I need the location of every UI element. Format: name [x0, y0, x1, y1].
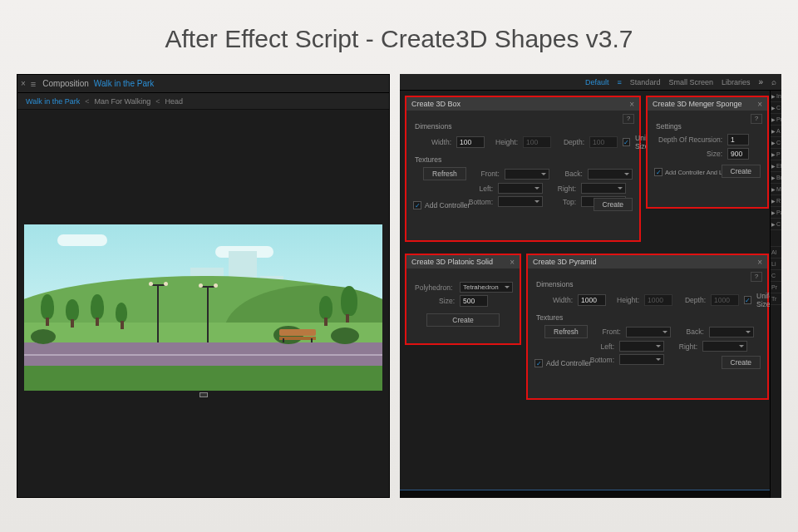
front-texture-dropdown[interactable] — [505, 169, 549, 180]
scene-tree — [341, 286, 357, 316]
workspace-default[interactable]: Default — [585, 78, 609, 86]
viewport[interactable] — [24, 224, 382, 391]
workspace-toolbar: Default ≡ Standard Small Screen Librarie… — [400, 74, 781, 91]
search-icon[interactable]: ⌕ — [771, 77, 776, 86]
scene-bench — [279, 329, 316, 342]
collapsed-panel-item[interactable]: Pr — [771, 282, 781, 293]
depth-input — [711, 294, 739, 306]
viewport-resize-handle[interactable] — [200, 392, 208, 397]
collapsed-panel-item[interactable]: C — [771, 270, 781, 282]
help-button[interactable]: ? — [623, 114, 634, 124]
depth-label: Depth: — [677, 296, 706, 304]
bottom-texture-dropdown[interactable] — [498, 196, 543, 207]
chevron-left-icon: < — [85, 97, 89, 106]
add-controller-checkbox[interactable]: ✓ — [413, 201, 421, 209]
right-texture-dropdown[interactable] — [581, 183, 626, 194]
polyhedron-dropdown[interactable]: Tetrahedron — [460, 282, 513, 293]
size-label: Size: — [415, 297, 455, 305]
create-3d-box-dialog: Create 3D Box × ? Dimensions Width: Heig… — [405, 96, 641, 242]
refresh-button[interactable]: Refresh — [544, 325, 588, 338]
collapsed-panel-item[interactable]: ▶C — [771, 219, 781, 230]
create-3d-platonic-solid-dialog: Create 3D Platonic Solid × Polyhedron: T… — [405, 254, 521, 345]
create-button[interactable]: Create — [722, 356, 761, 369]
breadcrumb-item[interactable]: Man For Walking — [94, 97, 150, 106]
scene-tree — [66, 299, 79, 321]
right-label: Right: — [548, 185, 576, 193]
back-label: Back: — [676, 328, 704, 336]
front-texture-dropdown[interactable] — [626, 327, 671, 337]
size-input[interactable] — [460, 295, 488, 307]
close-tab-icon[interactable]: × — [21, 79, 26, 88]
width-label: Width: — [544, 296, 573, 304]
textures-section-label: Textures — [536, 313, 761, 322]
close-icon[interactable]: × — [510, 258, 515, 267]
timeline-strip[interactable] — [400, 490, 770, 498]
scene-tree — [91, 294, 104, 319]
workspace-libraries[interactable]: Libraries — [722, 78, 751, 86]
close-icon[interactable]: × — [629, 100, 634, 109]
dialog-title: Create 3D Pyramid — [533, 258, 597, 266]
collapsed-panel-item[interactable]: ▶In — [771, 91, 781, 102]
collapsed-panel-item[interactable]: Li — [771, 259, 781, 270]
collapsed-panel-item[interactable]: ▶Pr — [771, 114, 781, 126]
help-button[interactable]: ? — [751, 272, 762, 282]
composition-tab-label: Composition — [42, 79, 89, 88]
left-texture-dropdown[interactable] — [619, 341, 664, 352]
collapsed-panel-item[interactable]: Al — [771, 247, 781, 259]
front-label: Front: — [593, 328, 621, 336]
collapsed-panel-item[interactable]: ▶Pa — [771, 207, 781, 219]
uniform-size-checkbox[interactable]: ✓ — [744, 296, 751, 304]
left-texture-dropdown[interactable] — [498, 183, 543, 194]
recursion-depth-input[interactable] — [727, 134, 749, 145]
menu-icon[interactable]: ≡ — [618, 78, 622, 86]
collapsed-panel-item[interactable]: ▶C — [771, 102, 781, 114]
refresh-button[interactable]: Refresh — [423, 167, 466, 180]
height-input — [523, 136, 551, 148]
add-controller-checkbox[interactable]: ✓ — [534, 359, 543, 367]
back-texture-dropdown[interactable] — [709, 327, 754, 337]
panel-menu-icon[interactable]: ≡ — [31, 79, 36, 89]
scene-tree — [41, 294, 54, 319]
collapsed-panel-item[interactable]: ▶Ef — [771, 160, 781, 172]
create-button[interactable]: Create — [594, 198, 633, 211]
uniform-size-checkbox[interactable]: ✓ — [623, 138, 630, 146]
size-input[interactable] — [727, 148, 749, 160]
help-button[interactable]: ? — [751, 114, 762, 124]
close-icon[interactable]: × — [757, 100, 762, 109]
right-texture-dropdown[interactable] — [702, 341, 747, 352]
collapsed-panel-item[interactable]: ▶R — [771, 195, 781, 207]
workspace-standard[interactable]: Standard — [630, 78, 661, 86]
collapsed-panel-item[interactable]: ▶P — [771, 149, 781, 160]
width-input[interactable] — [456, 136, 485, 148]
add-controller-label: Add Controller — [546, 359, 591, 367]
scene-path-line — [24, 354, 382, 356]
add-controller-light-checkbox[interactable]: ✓ — [654, 168, 663, 176]
collapsed-panel-item[interactable]: ▶C — [771, 137, 781, 149]
back-texture-dropdown[interactable] — [588, 169, 633, 180]
scene-bush — [331, 328, 359, 344]
close-icon[interactable]: × — [757, 258, 762, 267]
polyhedron-label: Polyhedron: — [415, 283, 455, 292]
composition-name[interactable]: Walk in the Park — [94, 79, 154, 88]
bottom-texture-dropdown[interactable] — [619, 354, 664, 365]
create-button[interactable]: Create — [722, 165, 761, 178]
width-input[interactable] — [578, 294, 606, 306]
workspace-small-screen[interactable]: Small Screen — [668, 78, 713, 86]
composition-tabbar: × ≡ Composition Walk in the Park — [17, 75, 389, 93]
collapsed-panel-item[interactable]: Tr — [771, 293, 781, 305]
dimensions-section-label: Dimensions — [415, 122, 633, 131]
scene-tree — [116, 303, 127, 323]
scene-bush — [31, 329, 56, 344]
breadcrumb-item[interactable]: Walk in the Park — [26, 97, 80, 106]
collapsed-panel-item[interactable]: ▶A — [771, 126, 781, 137]
breadcrumb-item[interactable]: Head — [165, 97, 183, 106]
depth-input — [589, 136, 618, 148]
size-label: Size: — [658, 150, 722, 158]
dialog-title: Create 3D Menger Sponge — [653, 100, 742, 108]
create-button[interactable]: Create — [426, 313, 500, 327]
chevron-right-icon[interactable]: » — [758, 77, 763, 86]
collapsed-panel-item[interactable]: ▶M — [771, 184, 781, 195]
collapsed-panel-item[interactable]: ▶Br — [771, 172, 781, 184]
create-3d-menger-sponge-dialog: Create 3D Menger Sponge × ? Settings Dep… — [646, 96, 769, 209]
back-label: Back: — [554, 170, 583, 178]
